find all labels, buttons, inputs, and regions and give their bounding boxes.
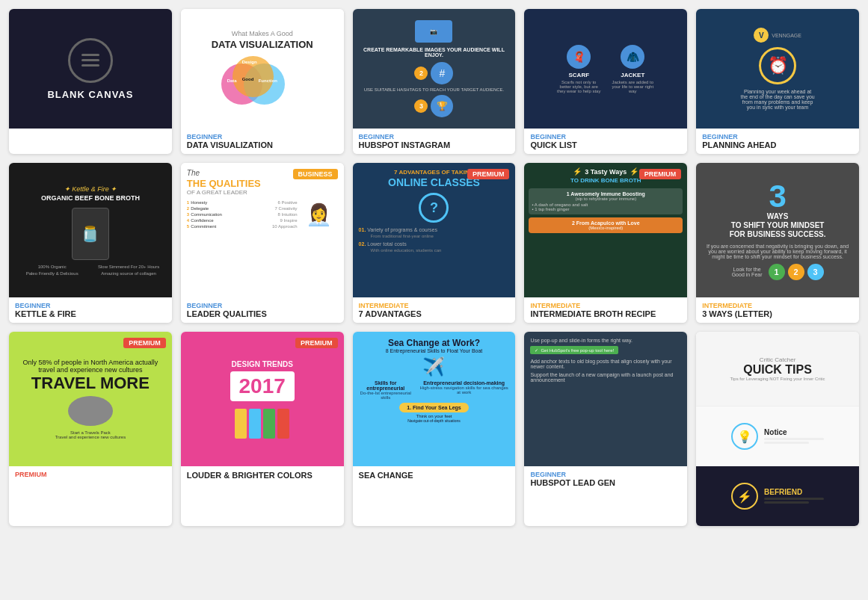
card-bone-broth[interactable]: PREMIUM ⚡ 3 Tasty Ways ⚡ TO DRINK BONE B… xyxy=(524,163,687,323)
broth-title: INTERMEDIATE BROTH RECIPE xyxy=(530,309,681,318)
card-quicklist[interactable]: 🧣 SCARF Scarfs not only to better style,… xyxy=(524,9,687,154)
card-travel-wrapper: PREMIUM Only 58% of people in North Amer… xyxy=(9,332,172,466)
card-seachange-footer: SEA CHANGE xyxy=(353,466,516,484)
card-hubspot-lead-image: Use pop-up and slide-in forms the right … xyxy=(524,332,687,466)
card-broth-image: ⚡ 3 Tasty Ways ⚡ TO DRINK BONE BROTH 1 A… xyxy=(524,163,687,297)
card-seachange[interactable]: Sea Change at Work? 8 Entrepreneurial Sk… xyxy=(353,332,516,526)
adv-question-icon: ? xyxy=(419,193,449,223)
card-travel[interactable]: PREMIUM Only 58% of people in North Amer… xyxy=(9,332,172,526)
kettle-title: KETTLE & FIRE xyxy=(15,309,166,318)
card-hubspot-lead[interactable]: Use pop-up and slide-in forms the right … xyxy=(524,332,687,526)
ig-graphic: 📷 xyxy=(415,20,452,43)
ways-big-number: 3 xyxy=(769,181,786,212)
card-quicklist-footer: BEGINNER QUICK LIST xyxy=(524,129,687,154)
broth-badge: INTERMEDIATE xyxy=(530,302,681,309)
card-design-wrapper: PREMIUM Design Trends 2017 xyxy=(181,332,344,466)
design-title: LOUDER & BRIGHTER COLORS xyxy=(187,471,338,480)
hubspot-lead-title: HUBSPOT LEAD GEN xyxy=(530,478,681,487)
leader-title: LEADER QUALITIES xyxy=(187,309,338,318)
seachange-plane-icon: ✈️ xyxy=(422,356,445,377)
card-7adv-footer: INTERMEDIATE 7 ADVANTAGES xyxy=(353,297,516,323)
card-7adv-image: 7 ADVANTAGES OF TAKING ONLINE CLASSES ? … xyxy=(353,163,516,297)
quicklist-badge: BEGINNER xyxy=(530,133,681,140)
travel-map-graphic xyxy=(68,396,113,426)
kettle-badge: BEGINNER xyxy=(15,302,166,309)
quicklist-title: QUICK LIST xyxy=(530,140,681,149)
card-data-viz[interactable]: What Makes A Good DATA VISUALIZATION Dat… xyxy=(181,9,344,154)
card-data-viz-footer: BEGINNER DATA VISUALIZATION xyxy=(181,129,344,154)
card-leader-footer: BEGINNER LEADER QUALITIES xyxy=(181,297,344,323)
card-grid: BLANK CANVAS What Makes A Good DATA VISU… xyxy=(0,0,868,535)
notice-icon: 💡 xyxy=(731,423,758,450)
3ways-badge: INTERMEDIATE xyxy=(702,302,853,309)
card-planning[interactable]: V VENNGAGE ⏰ Planning your week ahead at… xyxy=(696,9,859,154)
card-kettle-image: ✦ Kettle & Fire ✦ ORGANIC BEEF BONE BROT… xyxy=(9,163,172,297)
card-broth-footer: INTERMEDIATE INTERMEDIATE BROTH RECIPE xyxy=(524,297,687,323)
card-leader-qualities[interactable]: BUSINESS The The QUALITIES OF A GREAT LE… xyxy=(181,163,344,323)
card-hubspot-ig-footer: BEGINNER HUBSPOT INSTAGRAM xyxy=(353,129,516,154)
card-data-viz-image: What Makes A Good DATA VISUALIZATION Dat… xyxy=(181,9,344,129)
card-befriend-image: ⚡ BEFRIEND xyxy=(696,466,859,526)
card-3ways-image: 3 WAYSTO SHIFT YOUR MINDSETFOR BUSINESS … xyxy=(696,163,859,297)
advantages-premium-tag: PREMIUM xyxy=(467,169,510,179)
venn-diagram: Data Function Design Good xyxy=(221,56,304,108)
card-broth-wrapper: PREMIUM ⚡ 3 Tasty Ways ⚡ TO DRINK BONE B… xyxy=(524,163,687,297)
card-seachange-image: Sea Change at Work? 8 Entrepreneurial Sk… xyxy=(353,332,516,466)
card-7advantages[interactable]: PREMIUM 7 ADVANTAGES OF TAKING ONLINE CL… xyxy=(353,163,516,323)
card-quicklist-image: 🧣 SCARF Scarfs not only to better style,… xyxy=(524,9,687,129)
hubspot-lead-badge: BEGINNER xyxy=(530,471,681,478)
travel-badge: PREMIUM xyxy=(15,471,166,478)
planning-clock-icon: ⏰ xyxy=(759,47,796,84)
card-leader-image: The The QUALITIES OF A GREAT LEADER 1 Ho… xyxy=(181,163,344,297)
card-quicktips[interactable]: Critic Catcher QUICK TIPS Tips for Lever… xyxy=(696,332,859,526)
card-hubspot-ig[interactable]: 📷 CREATE REMARKABLE IMAGES YOUR AUDIENCE… xyxy=(353,9,516,154)
card-planning-image: V VENNGAGE ⏰ Planning your week ahead at… xyxy=(696,9,859,129)
blank-canvas-label: BLANK CANVAS xyxy=(47,89,133,100)
leader-business-tag: BUSINESS xyxy=(293,169,338,179)
card-quicktips-image: Critic Catcher QUICK TIPS Tips for Lever… xyxy=(696,332,859,406)
card-travel-image: Only 58% of people in North America actu… xyxy=(9,332,172,466)
travel-premium-tag: PREMIUM xyxy=(123,338,166,348)
card-design2017[interactable]: PREMIUM Design Trends 2017 LOUDER & BRIG… xyxy=(181,332,344,526)
befriend-icon: ⚡ xyxy=(731,483,758,510)
card-kettle-fire[interactable]: ✦ Kettle & Fire ✦ ORGANIC BEEF BONE BROT… xyxy=(9,163,172,323)
leader-badge: BEGINNER xyxy=(187,302,338,309)
card-travel-footer: PREMIUM xyxy=(9,466,172,483)
card-leader-wrapper: BUSINESS The The QUALITIES OF A GREAT LE… xyxy=(181,163,344,297)
card-7adv-wrapper: PREMIUM 7 ADVANTAGES OF TAKING ONLINE CL… xyxy=(353,163,516,297)
card-design-image: Design Trends 2017 xyxy=(181,332,344,466)
planning-title: PLANNING AHEAD xyxy=(702,140,853,149)
broth-premium-tag: PREMIUM xyxy=(639,169,682,179)
blank-canvas-icon xyxy=(68,38,113,83)
card-blank-canvas-image: BLANK CANVAS xyxy=(9,9,172,129)
seachange-title: SEA CHANGE xyxy=(359,471,510,480)
3ways-title: 3 WAYS (LETTER) xyxy=(702,309,853,318)
design-premium-tag: PREMIUM xyxy=(295,338,338,348)
7adv-title: 7 ADVANTAGES xyxy=(359,309,510,318)
card-design-footer: LOUDER & BRIGHTER COLORS xyxy=(181,466,344,484)
card-notice-image: 💡 Notice xyxy=(696,406,859,466)
card-hubspot-ig-image: 📷 CREATE REMARKABLE IMAGES YOUR AUDIENCE… xyxy=(353,9,516,129)
card-3ways-footer: INTERMEDIATE 3 WAYS (LETTER) xyxy=(696,297,859,323)
card-blank-canvas[interactable]: BLANK CANVAS xyxy=(9,9,172,154)
7adv-badge: INTERMEDIATE xyxy=(359,302,510,309)
card-kettle-footer: BEGINNER KETTLE & FIRE xyxy=(9,297,172,323)
planning-badge: BEGINNER xyxy=(702,133,853,140)
data-viz-badge: BEGINNER xyxy=(187,133,338,140)
kettle-product-image: 🫙 xyxy=(72,208,109,260)
data-viz-title: DATA VISUALIZATION xyxy=(187,140,338,149)
hubspot-ig-title: HUBSPOT INSTAGRAM xyxy=(359,140,510,149)
card-hubspot-lead-footer: BEGINNER HUBSPOT LEAD GEN xyxy=(524,466,687,492)
card-3ways[interactable]: 3 WAYSTO SHIFT YOUR MINDSETFOR BUSINESS … xyxy=(696,163,859,323)
hubspot-ig-badge: BEGINNER xyxy=(359,133,510,140)
card-planning-footer: BEGINNER PLANNING AHEAD xyxy=(696,129,859,154)
